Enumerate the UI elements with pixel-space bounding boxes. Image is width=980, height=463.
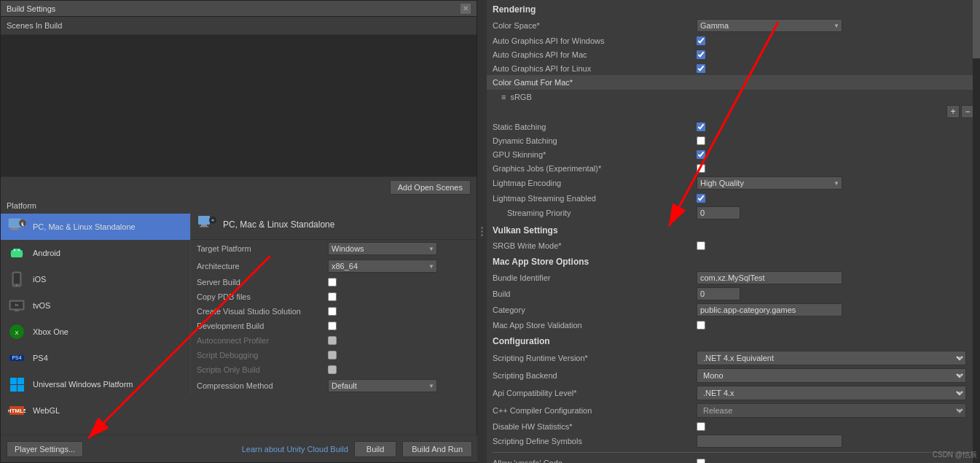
server-build-label: Server Build: [197, 278, 328, 287]
gpu-skinning-checkbox[interactable]: [697, 150, 705, 159]
srgb-dash: ≡: [501, 93, 506, 101]
compression-dropdown[interactable]: Default: [328, 379, 437, 392]
bundle-id-input[interactable]: [697, 271, 842, 284]
cpp-compiler-dropdown-wrap: Release: [697, 403, 966, 418]
ps4-icon: PS4: [7, 348, 27, 368]
config-header: PC, Mac & Linux Standalone: [191, 210, 477, 240]
auto-graphics-win-label: Auto Graphics API for Windows: [493, 36, 697, 45]
api-compat-dropdown[interactable]: .NET 4.x: [697, 386, 966, 400]
auto-graphics-linux-row: Auto Graphics API for Linux: [487, 61, 980, 75]
scenes-label: Scenes In Build: [1, 17, 477, 35]
category-label: Category: [493, 306, 697, 314]
scrollbar[interactable]: [973, 0, 980, 463]
streaming-priority-label: Streaming Priority: [493, 209, 697, 217]
build-button[interactable]: Build: [354, 441, 396, 457]
srgb-write-label: SRGB Write Mode*: [493, 241, 697, 250]
svg-point-13: [16, 284, 17, 286]
srgb-write-row: SRGB Write Mode*: [487, 238, 980, 252]
autoconnect-label: Autoconnect Profiler: [197, 336, 328, 345]
platform-name-ios: iOS: [33, 275, 46, 284]
scripting-runtime-row: Scripting Runtime Version* .NET 4.x Equi…: [487, 349, 980, 367]
graphics-jobs-label: Graphics Jobs (Experimental)*: [493, 164, 697, 173]
category-value: [697, 303, 974, 316]
scripting-backend-dropdown[interactable]: Mono: [697, 368, 966, 383]
auto-graphics-linux-checkbox[interactable]: [697, 64, 705, 73]
panel-splitter[interactable]: [477, 0, 487, 463]
graphics-jobs-row: Graphics Jobs (Experimental)*: [487, 161, 980, 175]
static-batching-checkbox[interactable]: [697, 122, 705, 131]
copy-pdb-label: Copy PDB files: [197, 292, 328, 301]
streaming-priority-input[interactable]: [697, 206, 740, 219]
srgb-write-checkbox[interactable]: [697, 241, 705, 250]
target-platform-row: Target Platform Windows: [191, 240, 477, 257]
title-bar: Build Settings ✕: [1, 1, 477, 17]
build-number-input[interactable]: [697, 287, 740, 300]
add-open-scenes-button[interactable]: Add Open Scenes: [390, 180, 471, 195]
auto-graphics-win-checkbox[interactable]: [697, 36, 705, 45]
compression-dropdown-wrap: Default: [328, 379, 437, 392]
scripts-only-checkbox: [328, 365, 337, 374]
script-debug-row: Script Debugging: [191, 348, 477, 362]
svg-rect-1: [12, 227, 17, 229]
scripts-only-label: Scripts Only Build: [197, 365, 328, 374]
lightmap-encoding-label: Lightmap Encoding: [493, 179, 697, 187]
compression-value: Default: [328, 379, 471, 392]
scripting-backend-label: Scripting Backend: [493, 371, 697, 380]
allow-unsafe-checkbox[interactable]: [697, 459, 705, 464]
auto-graphics-mac-label: Auto Graphics API for Mac: [493, 50, 697, 59]
splitter-dot: [481, 234, 483, 236]
close-button[interactable]: ✕: [460, 4, 471, 14]
target-platform-dropdown-wrap: Windows: [328, 242, 437, 255]
build-number-row: Build: [487, 286, 980, 302]
copy-pdb-checkbox[interactable]: [328, 292, 337, 301]
color-space-dropdown[interactable]: Gamma: [697, 19, 842, 32]
target-platform-dropdown[interactable]: Windows: [328, 242, 437, 255]
disable-hw-stats-checkbox[interactable]: [697, 422, 705, 431]
auto-graphics-mac-checkbox[interactable]: [697, 50, 705, 59]
scripting-runtime-dropdown[interactable]: .NET 4.x Equivalent: [697, 351, 966, 365]
add-gamut-button[interactable]: +: [946, 105, 960, 118]
graphics-jobs-checkbox[interactable]: [697, 164, 705, 173]
svg-rect-28: [198, 216, 210, 225]
server-build-checkbox[interactable]: [328, 278, 337, 287]
svg-rect-23: [17, 378, 24, 384]
panel-title: Build Settings: [7, 4, 55, 13]
lightmap-streaming-value: [697, 194, 974, 203]
cpp-compiler-row: C++ Compiler Configuration Release: [487, 402, 980, 419]
dev-build-checkbox[interactable]: [328, 322, 337, 330]
architecture-dropdown[interactable]: x86_64: [328, 260, 437, 273]
platform-name-uwp: Universal Windows Platform: [33, 380, 133, 389]
mac-validation-value: [697, 321, 974, 330]
learn-link[interactable]: Learn about Unity Cloud Build: [242, 445, 348, 454]
srgb-row: ≡ sRGB: [487, 90, 980, 104]
dynamic-batching-checkbox[interactable]: [697, 136, 705, 145]
vs-solution-checkbox[interactable]: [328, 307, 337, 316]
architecture-row: Architecture x86_64: [191, 257, 477, 275]
category-input[interactable]: [697, 303, 842, 316]
config-divider: [493, 452, 974, 453]
script-debug-checkbox: [328, 351, 337, 359]
lightmap-encoding-dropdown[interactable]: High Quality: [697, 176, 842, 190]
mac-validation-row: Mac App Store Validation: [487, 318, 980, 332]
scripting-runtime-value: .NET 4.x Equivalent: [697, 351, 974, 365]
dev-build-label: Development Build: [197, 322, 328, 330]
gpu-skinning-label: GPU Skinning*: [493, 150, 697, 159]
tvos-icon: tv: [7, 295, 27, 316]
scripting-define-input[interactable]: [697, 435, 842, 448]
player-settings-button[interactable]: Player Settings...: [7, 441, 83, 457]
svg-point-7: [14, 249, 15, 251]
scripting-backend-dropdown-wrap: Mono: [697, 368, 966, 383]
auto-graphics-linux-value: [697, 64, 974, 73]
platform-name-pc: PC, Mac & Linux Standalone: [33, 222, 136, 231]
scroll-thumb[interactable]: [973, 0, 980, 58]
architecture-dropdown-wrap: x86_64: [328, 260, 437, 273]
color-space-value: Gamma: [697, 19, 974, 32]
platform-item-webgl[interactable]: HTML5 WebGL: [1, 397, 477, 424]
lightmap-streaming-checkbox[interactable]: [697, 194, 705, 203]
build-run-button[interactable]: Build And Run: [402, 441, 472, 457]
disable-hw-stats-label: Disable HW Statistics*: [493, 422, 697, 431]
right-panel: Rendering Color Space* Gamma Auto Graphi…: [487, 0, 980, 463]
target-platform-label: Target Platform: [197, 244, 328, 253]
mac-validation-checkbox[interactable]: [697, 321, 705, 330]
streaming-priority-value: [697, 206, 974, 219]
